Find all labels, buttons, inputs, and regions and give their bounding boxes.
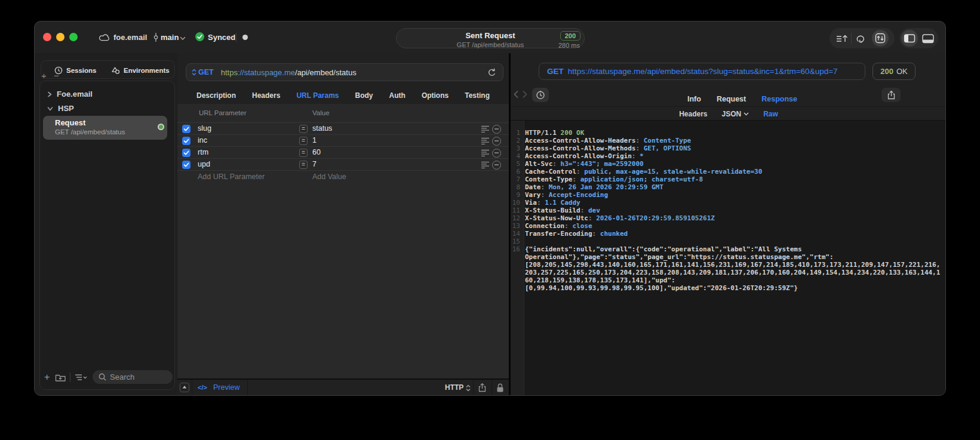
- close-window-button[interactable]: [43, 33, 51, 41]
- request-tab-auth[interactable]: Auth: [389, 91, 405, 100]
- response-tab-response[interactable]: Response: [761, 95, 797, 103]
- refresh-icon[interactable]: [487, 68, 496, 78]
- params-table: URL Parameter Value slug=statusinc=1rtm=…: [177, 104, 509, 379]
- tree-item-foe-email[interactable]: Foe.email: [47, 90, 93, 99]
- response-line: 2Access-Control-Allow-Headers: Content-T…: [511, 137, 943, 144]
- history-clock-button[interactable]: [532, 88, 549, 102]
- param-name[interactable]: inc: [198, 136, 207, 144]
- remove-session-button[interactable]: −: [54, 70, 59, 81]
- response-line: 3Access-Control-Allow-Methods: GET, OPTI…: [511, 144, 943, 152]
- reorder-lines-icon[interactable]: [481, 149, 490, 156]
- url-input[interactable]: GET https://statuspage.me/api/embed/stat…: [186, 63, 503, 81]
- forward-icon[interactable]: [522, 90, 528, 99]
- param-name[interactable]: slug: [198, 124, 211, 133]
- response-subtab-headers[interactable]: Headers: [679, 110, 707, 118]
- response-line: [208,205,145,298,443,140,160,165,171,161…: [511, 261, 943, 269]
- import-export-button[interactable]: [872, 30, 889, 47]
- reorder-lines-icon[interactable]: [481, 125, 490, 133]
- bottom-panel-toggle-icon[interactable]: [921, 32, 935, 45]
- add-value[interactable]: Add Value: [312, 173, 346, 181]
- sidebar-toggle-button[interactable]: [901, 30, 918, 47]
- line-number: 7: [511, 176, 520, 183]
- response-line: Operational"},"page":"status","page_url"…: [511, 253, 943, 261]
- chevron-down-icon[interactable]: [180, 36, 186, 41]
- line-number: 9: [511, 191, 520, 199]
- response-tab-info[interactable]: Info: [687, 95, 701, 103]
- equals-icon[interactable]: =: [299, 125, 308, 133]
- response-subtab-raw[interactable]: Raw: [763, 110, 778, 118]
- request-tab-testing[interactable]: Testing: [465, 91, 490, 100]
- share-icon[interactable]: [477, 383, 487, 393]
- disclosure-chevron-down[interactable]: [47, 106, 53, 111]
- equals-icon[interactable]: =: [299, 161, 308, 169]
- param-checkbox[interactable]: [182, 161, 191, 169]
- branch-selector[interactable]: main: [161, 33, 179, 42]
- tab-environments[interactable]: Environments: [111, 61, 170, 79]
- tree-item-hsp[interactable]: HSP: [47, 104, 74, 113]
- request-tab-body[interactable]: Body: [355, 91, 373, 100]
- response-share-button[interactable]: [881, 88, 901, 102]
- lock-icon[interactable]: [496, 383, 505, 393]
- loop-icon[interactable]: [856, 34, 867, 43]
- response-body: 1HTTP/1.1 200 OK2Access-Control-Allow-He…: [511, 121, 945, 395]
- param-checkbox[interactable]: [182, 137, 191, 145]
- line-number: 5: [511, 160, 520, 168]
- add-url-parameter[interactable]: Add URL Parameter: [198, 173, 265, 181]
- request-tab-headers[interactable]: Headers: [252, 91, 280, 100]
- remove-circle-icon[interactable]: [492, 137, 501, 146]
- sync-status[interactable]: Synced: [208, 33, 235, 42]
- param-value[interactable]: status: [312, 124, 332, 133]
- request-method[interactable]: GET: [198, 68, 214, 76]
- preview-button[interactable]: Preview: [213, 383, 239, 392]
- request-tab-options[interactable]: Options: [422, 91, 448, 100]
- new-folder-icon[interactable]: [55, 373, 66, 382]
- param-row-rtm: rtm=60: [177, 146, 509, 158]
- request-url[interactable]: https://statuspage.me/api/embed/status: [221, 68, 357, 77]
- disclosure-chevron-right[interactable]: [47, 91, 52, 97]
- line-number: [511, 253, 520, 261]
- zoom-window-button[interactable]: [69, 33, 78, 41]
- param-checkbox[interactable]: [182, 125, 191, 133]
- add-request-button[interactable]: +: [44, 372, 50, 383]
- line-number: 15: [511, 238, 520, 245]
- param-value[interactable]: 60: [312, 148, 321, 156]
- response-tab-request[interactable]: Request: [717, 95, 746, 103]
- request-list-item[interactable]: Request GET /api/embed/status: [43, 116, 167, 140]
- param-value[interactable]: 1: [312, 136, 317, 144]
- protocol-updown-icon[interactable]: [466, 384, 471, 392]
- add-session-button[interactable]: +: [41, 70, 47, 81]
- equals-icon[interactable]: =: [299, 149, 308, 157]
- protocol-selector[interactable]: HTTP: [445, 383, 463, 392]
- export-lines-icon[interactable]: [836, 34, 848, 43]
- reorder-lines-icon[interactable]: [481, 161, 490, 168]
- response-line: 9Vary: Accept-Encoding: [511, 191, 943, 199]
- param-checkbox[interactable]: [182, 149, 191, 157]
- remove-circle-icon[interactable]: [492, 149, 501, 158]
- list-options-icon[interactable]: [75, 373, 88, 381]
- minimize-window-button[interactable]: [56, 33, 64, 41]
- request-tab-url-params[interactable]: URL Params: [296, 91, 339, 100]
- response-subtab-json[interactable]: JSON: [722, 110, 749, 118]
- line-number: [511, 284, 520, 292]
- request-tab-description[interactable]: Description: [196, 91, 236, 100]
- reorder-lines-icon[interactable]: [481, 137, 490, 144]
- back-icon[interactable]: [513, 90, 519, 99]
- remove-circle-icon[interactable]: [492, 125, 501, 134]
- request-status-pill[interactable]: Sent Request GET /api/embed/status 200 2…: [396, 28, 585, 48]
- param-value[interactable]: 7: [312, 160, 317, 168]
- param-name[interactable]: upd: [198, 160, 210, 168]
- collapse-icon[interactable]: [180, 383, 189, 392]
- search-input[interactable]: Search: [93, 370, 173, 384]
- remove-circle-icon[interactable]: [492, 161, 501, 170]
- equals-icon[interactable]: =: [299, 137, 308, 145]
- footer-separator: [473, 380, 474, 395]
- response-line: 11X-Status-Build: dev: [511, 207, 943, 214]
- app-window: foe.email main Synced Sent Request GET /…: [34, 21, 946, 396]
- tab-sessions[interactable]: Sessions: [54, 61, 97, 79]
- request-footer: </> Preview HTTP: [177, 379, 509, 395]
- column-header-value: Value: [312, 104, 330, 122]
- line-number: 10: [511, 199, 520, 207]
- param-name[interactable]: rtm: [198, 148, 208, 156]
- response-line: 8Date: Mon, 26 Jan 2026 20:29:59 GMT: [511, 183, 943, 191]
- updown-icon[interactable]: [192, 69, 196, 76]
